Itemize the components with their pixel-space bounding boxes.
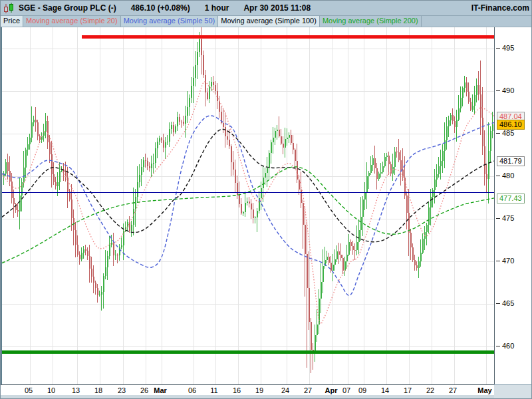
legend-tab-price[interactable]: Price	[1, 16, 23, 27]
y-tick-460: 460	[502, 342, 514, 350]
y-tick-495: 495	[502, 44, 514, 52]
x-tick-14: 14	[381, 386, 389, 394]
x-tick-26: 26	[140, 386, 148, 394]
chart-window: SGE - Sage Group PLC (-) 486.10 (+0.08%)…	[0, 0, 532, 399]
datetime-label: Apr 30 2015 11:08	[243, 3, 311, 13]
legend-tab-ma20[interactable]: Moving average (Simple 20)	[23, 16, 121, 27]
bottom-strip	[1, 395, 494, 399]
candlestick-chart[interactable]	[2, 27, 494, 384]
price-label-ma100-value: 481.79	[497, 156, 525, 166]
x-tick-May: May	[477, 386, 491, 394]
x-tick-27: 27	[449, 386, 457, 394]
price-axis[interactable]: 495490485480475470465460487.04486.10481.…	[494, 27, 532, 384]
x-tick-23: 23	[118, 386, 126, 394]
time-axis[interactable]: 051013182326Mar061116192427Apr0709141722…	[1, 384, 494, 395]
x-tick-22: 22	[426, 386, 434, 394]
last-quote: 486.10 (+0.08%)	[131, 3, 190, 13]
legend-tab-ma50[interactable]: Moving average (Simple 50)	[121, 16, 219, 27]
legend-tab-ma100[interactable]: Moving average (Simple 100)	[218, 16, 320, 27]
x-tick-24: 24	[281, 386, 289, 394]
y-tick-485: 485	[502, 129, 514, 137]
x-tick-10: 10	[47, 386, 55, 394]
x-tick-18: 18	[94, 386, 102, 394]
ma-line-20	[2, 82, 494, 324]
y-tick-475: 475	[502, 214, 514, 222]
title-bar: SGE - Sage Group PLC (-) 486.10 (+0.08%)…	[1, 1, 532, 16]
y-tick-465: 465	[502, 299, 514, 307]
candles	[3, 27, 493, 373]
indicator-legend-bar: PriceMoving average (Simple 20)Moving av…	[1, 16, 532, 27]
x-tick-11: 11	[210, 386, 217, 394]
x-tick-27: 27	[304, 386, 312, 394]
x-tick-06: 06	[188, 386, 196, 394]
price-label-ma200-value: 477.43	[497, 194, 525, 203]
x-tick-17: 17	[404, 386, 412, 394]
x-tick-16: 16	[233, 386, 241, 394]
x-tick-19: 19	[255, 386, 263, 394]
x-tick-Apr: Apr	[325, 386, 338, 394]
x-tick-07: 07	[342, 386, 350, 394]
x-tick-09: 09	[358, 386, 366, 394]
axis-corner	[494, 384, 532, 399]
x-tick-13: 13	[72, 386, 80, 394]
candlestick-icon	[3, 3, 15, 14]
timeframe-label: 1 hour	[205, 3, 229, 13]
y-tick-490: 490	[502, 86, 514, 94]
y-tick-470: 470	[502, 257, 514, 265]
x-tick-05: 05	[25, 386, 33, 394]
price-label-last-price: 486.10	[497, 120, 525, 130]
y-tick-480: 480	[502, 172, 514, 180]
symbol-title: SGE - Sage Group PLC (-)	[19, 3, 116, 13]
legend-tab-ma200[interactable]: Moving average (Simple 200)	[320, 16, 422, 27]
ma-line-50	[2, 116, 494, 295]
brand-label: IT-Finance.com	[471, 3, 529, 13]
price-chart-plot[interactable]: © IT-Finance.com	[1, 27, 494, 384]
x-tick-Mar: Mar	[154, 386, 167, 394]
